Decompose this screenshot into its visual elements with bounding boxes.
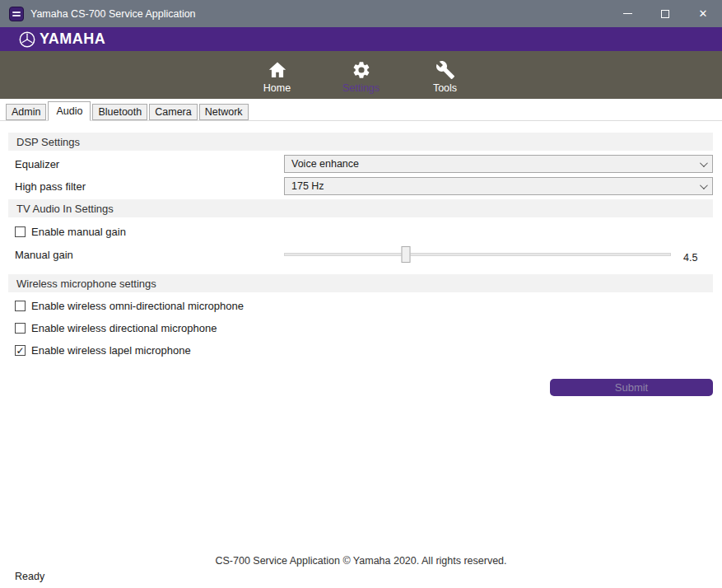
wireless-mic-options: Enable wireless omni-directional microph… — [8, 300, 713, 357]
wrench-icon — [436, 60, 455, 80]
tab-audio[interactable]: Audio — [48, 101, 91, 121]
wireless-mic-checkbox[interactable] — [15, 323, 26, 334]
nav-item-label: Home — [263, 82, 291, 94]
yamaha-wordmark: YAMAHA — [40, 30, 105, 48]
wireless-mic-checkbox-label: Enable wireless omni-directional microph… — [31, 300, 244, 312]
brand-bar: YAMAHA — [0, 27, 722, 51]
yamaha-tuning-fork-icon — [18, 30, 36, 49]
app-window: Yamaha CS-700 Service Application ✕ YAMA… — [0, 0, 722, 588]
submit-button[interactable]: Submit — [550, 379, 713, 396]
yamaha-logo: YAMAHA — [18, 30, 105, 49]
equalizer-row: Equalizer Voice enhance — [8, 155, 713, 173]
app-icon — [9, 7, 24, 21]
submit-row: Submit — [8, 379, 713, 396]
close-icon: ✕ — [699, 8, 708, 19]
wireless-mic-title: Wireless microphone settings — [16, 278, 156, 290]
nav-item-label: Tools — [433, 82, 457, 94]
nav-item-settings[interactable]: Settings — [338, 60, 385, 99]
high-pass-filter-dropdown[interactable]: 175 Hz — [284, 177, 713, 195]
minimize-icon — [623, 13, 632, 14]
manual-gain-row: Manual gain 4.5 — [8, 245, 713, 264]
wireless-mic-option-row: Enable wireless directional microphone — [8, 322, 713, 334]
enable-manual-gain-row: Enable manual gain — [8, 226, 713, 238]
minimize-button[interactable] — [608, 0, 646, 27]
nav-item-home[interactable]: Home — [254, 60, 301, 99]
equalizer-dropdown[interactable]: Voice enhance — [284, 155, 713, 173]
tab-camera[interactable]: Camera — [149, 104, 197, 120]
nav-item-tools[interactable]: Tools — [422, 60, 469, 99]
close-button[interactable]: ✕ — [684, 0, 722, 27]
dsp-settings-title: DSP Settings — [16, 136, 80, 148]
equalizer-value: Voice enhance — [291, 158, 359, 170]
nav-item-label: Settings — [342, 82, 380, 94]
tab-admin[interactable]: Admin — [6, 104, 46, 120]
tab-bluetooth[interactable]: Bluetooth — [92, 104, 147, 120]
manual-gain-value: 4.5 — [683, 252, 713, 264]
high-pass-filter-label: High pass filter — [8, 180, 284, 193]
manual-gain-label: Manual gain — [8, 249, 284, 261]
main-nav: HomeSettingsTools — [0, 51, 722, 99]
chevron-down-icon — [700, 181, 708, 189]
manual-gain-slider[interactable] — [284, 246, 671, 263]
equalizer-label: Equalizer — [8, 158, 284, 170]
tab-network[interactable]: Network — [199, 104, 249, 120]
status-bar: Ready — [15, 571, 44, 582]
titlebar: Yamaha CS-700 Service Application ✕ — [0, 0, 722, 27]
window-controls: ✕ — [608, 0, 722, 27]
tab-strip: AdminAudioBluetoothCameraNetwork — [0, 99, 722, 121]
wireless-mic-checkbox[interactable]: ✓ — [15, 345, 26, 356]
wireless-mic-option-row: ✓Enable wireless lapel microphone — [8, 344, 713, 357]
chevron-down-icon — [700, 159, 708, 167]
tv-audio-in-title: TV Audio In Settings — [16, 203, 114, 215]
wireless-mic-header: Wireless microphone settings — [8, 274, 713, 292]
home-icon — [268, 60, 287, 80]
wireless-mic-checkbox[interactable] — [15, 301, 26, 311]
slider-track — [284, 253, 671, 256]
wireless-mic-option-row: Enable wireless omni-directional microph… — [8, 300, 713, 312]
dsp-settings-header: DSP Settings — [8, 133, 713, 151]
audio-tab-panel: DSP Settings Equalizer Voice enhance Hig… — [0, 121, 722, 396]
footer-copyright: CS-700 Service Application © Yamaha 2020… — [0, 555, 722, 567]
high-pass-filter-value: 175 Hz — [291, 180, 324, 192]
gear-icon — [352, 60, 371, 80]
enable-manual-gain-checkbox[interactable] — [15, 226, 26, 237]
maximize-icon — [661, 10, 669, 18]
enable-manual-gain-label: Enable manual gain — [31, 226, 126, 238]
maximize-button[interactable] — [646, 0, 684, 27]
high-pass-filter-row: High pass filter 175 Hz — [8, 177, 713, 195]
wireless-mic-checkbox-label: Enable wireless lapel microphone — [31, 344, 191, 357]
window-title: Yamaha CS-700 Service Application — [30, 8, 196, 20]
slider-thumb[interactable] — [402, 246, 411, 263]
tv-audio-in-header: TV Audio In Settings — [8, 199, 713, 217]
wireless-mic-checkbox-label: Enable wireless directional microphone — [31, 322, 217, 334]
